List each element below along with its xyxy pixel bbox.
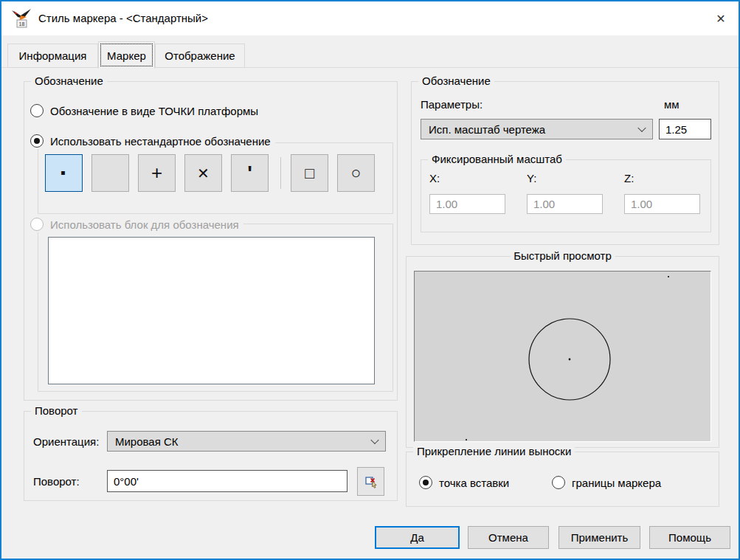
marker-button-cross[interactable]: ✕ bbox=[184, 154, 222, 192]
units-label: мм bbox=[664, 98, 680, 111]
marker-button-square[interactable]: □ bbox=[291, 154, 328, 192]
cancel-button[interactable]: Отмена bbox=[468, 526, 549, 549]
radio-platform-point-circle[interactable] bbox=[30, 104, 44, 117]
preview-point bbox=[668, 276, 669, 277]
y-label: Y: bbox=[527, 172, 536, 184]
radio-insertion-point-circle[interactable] bbox=[419, 476, 432, 489]
block-listbox[interactable] bbox=[48, 237, 375, 384]
designation-group-left-title: Обозначение bbox=[31, 75, 107, 87]
marker-separator bbox=[280, 157, 281, 189]
tab-marker[interactable]: Маркер bbox=[98, 41, 155, 69]
z-label: Z: bbox=[624, 172, 634, 184]
marker-style-dialog: 18 Стиль маркера - <Стандартный> ✕ Инфор… bbox=[0, 0, 740, 560]
radio-custom-symbol-label: Использовать нестандартное обозначение bbox=[50, 135, 271, 148]
preview-point bbox=[466, 439, 467, 440]
title-bar: 18 Стиль маркера - <Стандартный> ✕ bbox=[1, 1, 739, 35]
scale-mode-combobox[interactable]: Исп. масштаб чертежа bbox=[421, 119, 653, 139]
radio-use-block[interactable]: Использовать блок для обозначения bbox=[30, 216, 243, 232]
designation-group-left: Обозначение Обозначение в виде ТОЧКИ пла… bbox=[24, 81, 398, 401]
cross-marker-icon: ✕ bbox=[197, 165, 210, 182]
scale-mode-value: Исп. масштаб чертежа bbox=[429, 123, 545, 136]
designation-group-right: Обозначение Параметры: мм Исп. масштаб ч… bbox=[411, 81, 719, 245]
rotation-angle-label: Поворот: bbox=[33, 475, 80, 488]
radio-custom-symbol[interactable]: Использовать нестандартное обозначение bbox=[30, 133, 275, 149]
attachment-group-title: Прикрепление линии выноски bbox=[413, 445, 575, 457]
preview-canvas bbox=[414, 271, 711, 442]
window-title: Стиль маркера - <Стандартный> bbox=[38, 1, 208, 35]
ok-button[interactable]: Да bbox=[375, 526, 460, 549]
radio-marker-bounds[interactable]: границы маркера bbox=[552, 474, 665, 491]
marker-button-dot[interactable]: · bbox=[45, 154, 83, 192]
attachment-group: Прикрепление линии выноски точка вставки… bbox=[406, 452, 719, 507]
icon-badge: 18 bbox=[19, 21, 25, 27]
x-scale-input bbox=[429, 194, 505, 214]
dot-marker-icon: · bbox=[60, 159, 68, 187]
close-button[interactable]: ✕ bbox=[703, 1, 739, 35]
radio-platform-point-label: Обозначение в виде ТОЧКИ платформы bbox=[50, 105, 258, 117]
tab-display[interactable]: Отображение bbox=[155, 44, 245, 68]
radio-use-block-label: Использовать блок для обозначения bbox=[50, 218, 239, 231]
tab-information[interactable]: Информация bbox=[7, 44, 98, 68]
chevron-down-icon bbox=[370, 436, 378, 444]
size-input[interactable] bbox=[659, 119, 711, 139]
apply-button[interactable]: Применить bbox=[559, 526, 640, 549]
marker-button-blank[interactable] bbox=[91, 154, 129, 192]
preview-group: Быстрый просмотр bbox=[406, 256, 719, 448]
preview-center-dot bbox=[569, 359, 571, 361]
orientation-label: Ориентация: bbox=[33, 435, 99, 448]
radio-custom-symbol-circle[interactable] bbox=[30, 134, 44, 148]
fixed-scale-group: Фиксированный масштаб X: Y: Z: bbox=[421, 159, 711, 232]
params-label: Параметры: bbox=[421, 98, 483, 111]
orientation-value: Мировая СК bbox=[115, 435, 179, 448]
tick-marker-icon: ' bbox=[247, 162, 252, 185]
radio-insertion-point[interactable]: точка вставки bbox=[419, 474, 513, 491]
designation-group-right-title: Обозначение bbox=[418, 75, 494, 87]
preview-marker-drawing bbox=[415, 272, 712, 443]
plus-marker-icon: + bbox=[151, 162, 162, 184]
circle-marker-icon: ○ bbox=[351, 163, 362, 183]
marker-button-plus[interactable]: + bbox=[138, 154, 176, 192]
radio-platform-point[interactable]: Обозначение в виде ТОЧКИ платформы bbox=[30, 103, 263, 119]
y-scale-input bbox=[527, 194, 603, 214]
chevron-down-icon bbox=[637, 124, 646, 132]
z-scale-input bbox=[624, 194, 700, 214]
rotation-group-title: Поворот bbox=[31, 404, 82, 417]
fixed-scale-group-title: Фиксированный масштаб bbox=[428, 153, 566, 165]
rotation-group: Поворот Ориентация: Мировая СК Поворот: bbox=[24, 411, 398, 501]
radio-insertion-point-label: точка вставки bbox=[439, 477, 509, 489]
app-icon: 18 bbox=[10, 7, 32, 30]
orientation-combobox[interactable]: Мировая СК bbox=[107, 431, 386, 452]
radio-marker-bounds-circle[interactable] bbox=[552, 476, 565, 489]
rotation-angle-input[interactable] bbox=[107, 470, 347, 492]
pick-cursor-icon bbox=[364, 474, 378, 489]
radio-marker-bounds-label: границы маркера bbox=[572, 477, 661, 489]
square-marker-icon: □ bbox=[305, 165, 314, 182]
marker-button-tick[interactable]: ' bbox=[231, 154, 269, 192]
help-button[interactable]: Помощь bbox=[649, 526, 730, 549]
pick-angle-button[interactable] bbox=[357, 467, 384, 496]
marker-button-circle[interactable]: ○ bbox=[337, 154, 375, 192]
x-label: X: bbox=[429, 172, 440, 184]
radio-use-block-circle[interactable] bbox=[30, 218, 44, 231]
preview-group-title: Быстрый просмотр bbox=[510, 249, 615, 262]
